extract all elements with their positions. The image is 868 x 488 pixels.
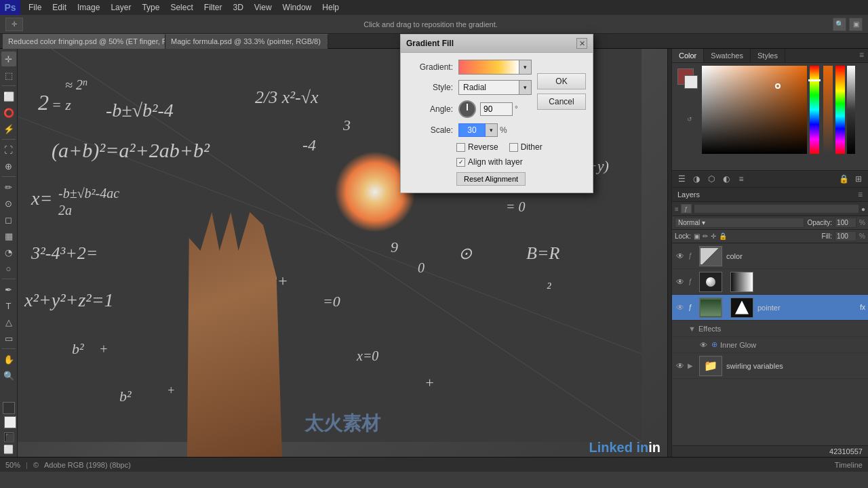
tool-lasso[interactable]: ⭕ — [1, 105, 16, 120]
menu-file[interactable]: File — [23, 1, 47, 14]
tool-path[interactable]: △ — [1, 314, 16, 329]
dither-checkbox-item[interactable]: Dither — [509, 142, 542, 152]
opacity-slider[interactable] — [823, 66, 833, 154]
tool-marquee[interactable]: ⬜ — [1, 89, 16, 104]
angle-input[interactable] — [480, 102, 513, 116]
menu-window[interactable]: Window — [277, 1, 317, 14]
workspace-icon[interactable]: ▣ — [849, 18, 863, 31]
tool-clone[interactable]: ⊙ — [1, 196, 16, 211]
menu-help[interactable]: Help — [317, 1, 344, 14]
screen-mode-icon[interactable]: ⬜ — [3, 445, 14, 454]
gradient-dropdown-btn[interactable]: ▾ — [519, 60, 532, 75]
style-select[interactable]: Radial — [458, 80, 519, 95]
menu-3d[interactable]: 3D — [227, 1, 248, 14]
ok-button[interactable]: OK — [537, 73, 586, 89]
tab-styles[interactable]: Styles — [751, 49, 785, 62]
fill-input[interactable] — [835, 231, 856, 241]
dialog-close-button[interactable]: ✕ — [576, 38, 587, 49]
angle-dial[interactable] — [458, 100, 476, 118]
eye-icon-swirling[interactable]: 👁 — [675, 361, 686, 371]
menu-type[interactable]: Type — [136, 1, 165, 14]
expand-swirling[interactable]: ▶ — [686, 362, 695, 369]
style-select-arrow[interactable]: ▾ — [519, 80, 532, 95]
filter-toggle[interactable]: ● — [861, 205, 865, 213]
tool-options-icon[interactable]: ✛ — [5, 18, 23, 31]
adjustments-icon[interactable]: ◐ — [719, 172, 733, 186]
channels-icon[interactable]: ◑ — [690, 172, 703, 186]
eye-icon-pointer[interactable]: 👁 — [675, 303, 686, 312]
layer-blend-mode[interactable]: Normal ▾ — [675, 218, 804, 228]
layers-menu-btn[interactable]: ≡ — [858, 190, 863, 199]
tab-magic-formula[interactable]: Magic formula.psd @ 33.3% (pointer, RGB/… — [165, 34, 328, 49]
panel-menu-btn[interactable]: ≡ — [855, 49, 868, 62]
scale-input[interactable] — [458, 123, 486, 137]
tool-zoom[interactable]: 🔍 — [1, 368, 16, 383]
tool-magic-wand[interactable]: ⚡ — [1, 121, 16, 136]
color-strip[interactable] — [835, 66, 845, 154]
eye-icon-color[interactable]: 👁 — [675, 251, 686, 261]
menu-image[interactable]: Image — [72, 1, 105, 14]
tab-reduced-color[interactable]: Reduced color fringing.psd @ 50% (ET fin… — [3, 34, 165, 49]
opacity-input[interactable] — [835, 218, 856, 228]
reset-colors[interactable]: ↺ — [677, 116, 702, 123]
timeline-label[interactable]: Timeline — [835, 461, 863, 469]
tool-gradient[interactable]: ▦ — [1, 228, 16, 243]
layer-inner-glow-row[interactable]: 👁 ⊕ Inner Glow — [672, 337, 868, 353]
layer-filter-input[interactable] — [694, 204, 859, 214]
panel-expand-icon[interactable]: ⊞ — [852, 172, 865, 186]
eye-icon-inner-glow[interactable]: 👁 — [698, 341, 709, 349]
gradient-preview[interactable] — [458, 60, 519, 75]
layer-effects-row[interactable]: ▼ Effects — [672, 321, 868, 337]
paths-icon[interactable]: ⬡ — [705, 172, 718, 186]
tab-color[interactable]: Color — [672, 49, 704, 62]
hue-slider[interactable] — [810, 66, 819, 154]
dialog-titlebar[interactable]: Gradient Fill ✕ — [401, 35, 593, 53]
filter-kind-btn[interactable]: ƒ — [681, 204, 692, 214]
tool-dodge[interactable]: ○ — [1, 261, 16, 276]
layer-row-swirling[interactable]: 👁 ▶ 📁 swirling variables — [672, 353, 868, 379]
lock-transparent-btn[interactable]: ▣ — [694, 232, 700, 240]
search-icon[interactable]: 🔍 — [833, 18, 846, 31]
layers-icon[interactable]: ☰ — [675, 172, 688, 186]
menu-view[interactable]: View — [249, 1, 277, 14]
foreground-color-swatch[interactable] — [3, 402, 15, 414]
dither-checkbox[interactable] — [509, 143, 518, 152]
properties-icon[interactable]: ≡ — [734, 172, 748, 186]
reset-alignment-button[interactable]: Reset Alignment — [456, 172, 526, 186]
tool-move[interactable]: ✛ — [1, 52, 16, 66]
tool-shape[interactable]: ▭ — [1, 331, 16, 346]
background-color-swatch[interactable] — [4, 416, 16, 428]
tool-eraser[interactable]: ◻ — [1, 212, 16, 227]
cancel-button[interactable]: Cancel — [537, 94, 586, 110]
lock-all-btn[interactable]: 🔒 — [719, 232, 727, 240]
effects-arrow[interactable]: ▼ — [688, 325, 696, 333]
scale-dropdown[interactable]: ▾ — [486, 123, 498, 137]
reverse-checkbox-item[interactable]: Reverse — [456, 142, 498, 152]
tool-crop[interactable]: ⛶ — [1, 142, 16, 157]
tab-close-2[interactable]: ✕ — [326, 38, 328, 45]
align-checkbox-item[interactable]: Align with layer — [456, 157, 523, 167]
menu-layer[interactable]: Layer — [105, 1, 136, 14]
menu-edit[interactable]: Edit — [47, 1, 72, 14]
panel-lock-icon[interactable]: 🔒 — [837, 172, 850, 186]
layer-row-color[interactable]: 👁 ƒ color — [672, 243, 868, 269]
tool-pen[interactable]: ✒ — [1, 282, 16, 297]
lock-position-btn[interactable]: ✛ — [711, 232, 716, 240]
tool-brush[interactable]: ✏ — [1, 180, 16, 195]
quick-mask-icon[interactable]: ⬛ — [4, 432, 14, 442]
color-picker-dot[interactable] — [775, 83, 781, 89]
reverse-checkbox[interactable] — [456, 143, 465, 152]
tool-blur[interactable]: ◔ — [1, 245, 16, 260]
menu-select[interactable]: Select — [165, 1, 198, 14]
tool-text[interactable]: T — [1, 298, 16, 313]
tool-artboard[interactable]: ⬚ — [1, 68, 16, 83]
layer-row-pointer[interactable]: 👁 ƒ pointer fx — [672, 295, 868, 321]
lock-image-btn[interactable]: ✏ — [703, 232, 708, 240]
brightness-strip[interactable] — [847, 66, 855, 154]
tool-hand[interactable]: ✋ — [1, 352, 16, 367]
tool-eyedropper[interactable]: ⊕ — [1, 159, 16, 174]
menu-filter[interactable]: Filter — [199, 1, 228, 14]
eye-icon-adjustment[interactable]: 👁 — [675, 277, 686, 287]
align-checkbox[interactable] — [456, 158, 465, 167]
tab-swatches[interactable]: Swatches — [704, 49, 751, 62]
